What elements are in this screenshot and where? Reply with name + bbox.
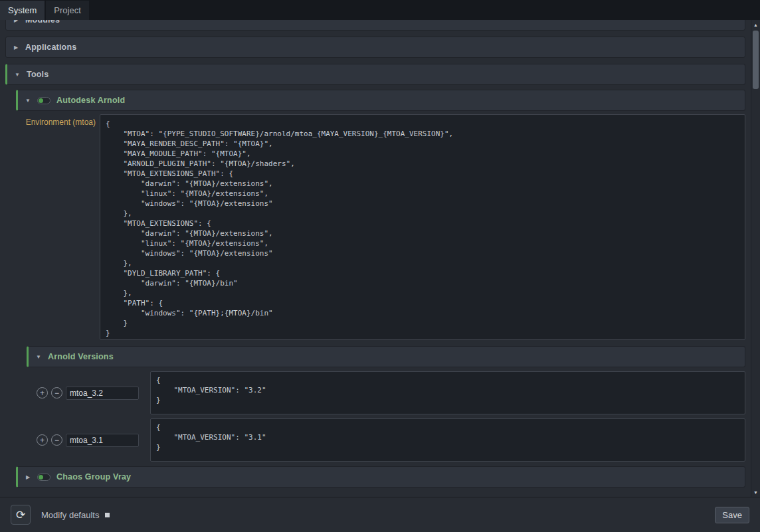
scrollbar-thumb[interactable]	[753, 31, 759, 89]
refresh-icon: ⟳	[16, 508, 25, 522]
chevron-down-icon: ▼	[14, 72, 21, 78]
vertical-scrollbar[interactable]: ▲ ▼	[751, 20, 760, 497]
remove-item-button[interactable]: −	[51, 434, 62, 446]
chevron-down-icon: ▼	[35, 354, 42, 360]
version-row-controls: + −	[27, 434, 150, 447]
version-value-editor[interactable]: { "MTOA_VERSION": "3.1" }	[150, 418, 745, 462]
arnold-versions-section: ▼ Arnold Versions + − { "MTOA_VERSION": …	[27, 346, 745, 462]
section-title-tools: Tools	[27, 70, 48, 79]
section-title-applications: Applications	[25, 43, 76, 52]
section-title-arnold-versions: Arnold Versions	[48, 352, 114, 361]
version-row-controls: + −	[27, 387, 150, 400]
section-header-chaos-group-vray[interactable]: ▶ Chaos Group Vray	[16, 466, 745, 488]
section-header-applications[interactable]: ▶ Applications	[5, 37, 745, 58]
tab-bar: System Project	[0, 0, 760, 20]
remove-item-button[interactable]: −	[51, 387, 62, 399]
modify-defaults-label: Modify defaults	[41, 510, 99, 520]
toggle-knob	[39, 98, 43, 103]
add-item-button[interactable]: +	[37, 434, 48, 446]
environment-field-row: Environment (mtoa) { "MTOA": "{PYPE_STUD…	[16, 114, 745, 340]
modify-defaults-checkbox[interactable]	[105, 513, 110, 517]
section-title-modules: Modules	[25, 20, 60, 25]
section-title-chaos-group-vray: Chaos Group Vray	[56, 472, 131, 482]
section-header-arnold-versions[interactable]: ▼ Arnold Versions	[27, 346, 745, 367]
scroll-down-button[interactable]: ▼	[751, 488, 760, 497]
arnold-section-body: Environment (mtoa) { "MTOA": "{PYPE_STUD…	[16, 111, 745, 488]
section-header-autodesk-arnold[interactable]: ▼ Autodesk Arnold	[16, 90, 745, 111]
tab-system[interactable]: System	[0, 1, 45, 20]
chevron-down-icon: ▼	[25, 98, 31, 104]
version-value-editor[interactable]: { "MTOA_VERSION": "3.2" }	[150, 371, 745, 414]
tools-section-body: ▼ Autodesk Arnold Environment (mtoa) { "…	[5, 85, 745, 488]
chevron-right-icon: ▶	[13, 20, 19, 23]
settings-content: ▶ Modules ▶ Applications ▼ Tools ▼ Autod…	[0, 20, 760, 497]
version-row: + − { "MTOA_VERSION": "3.1" }	[27, 418, 745, 462]
environment-editor[interactable]: { "MTOA": "{PYPE_STUDIO_SOFTWARE}/arnold…	[100, 114, 745, 340]
chevron-right-icon: ▶	[25, 474, 31, 480]
section-header-modules[interactable]: ▶ Modules	[5, 20, 745, 31]
save-button[interactable]: Save	[715, 507, 749, 523]
arnold-enabled-toggle[interactable]	[37, 97, 50, 104]
add-item-button[interactable]: +	[37, 387, 48, 399]
version-key-input[interactable]	[66, 434, 139, 447]
scroll-up-button[interactable]: ▲	[751, 20, 760, 29]
section-header-tools[interactable]: ▼ Tools	[5, 64, 745, 85]
toggle-knob	[39, 475, 43, 480]
section-title-autodesk-arnold: Autodesk Arnold	[56, 96, 125, 105]
chevron-right-icon: ▶	[13, 44, 19, 50]
vray-enabled-toggle[interactable]	[37, 474, 50, 481]
refresh-button[interactable]: ⟳	[11, 505, 31, 525]
environment-field-label: Environment (mtoa)	[16, 114, 100, 127]
version-key-input[interactable]	[66, 387, 139, 400]
footer-bar: ⟳ Modify defaults Save	[0, 497, 760, 532]
tab-project[interactable]: Project	[46, 1, 88, 20]
version-row: + − { "MTOA_VERSION": "3.2" }	[27, 371, 745, 414]
